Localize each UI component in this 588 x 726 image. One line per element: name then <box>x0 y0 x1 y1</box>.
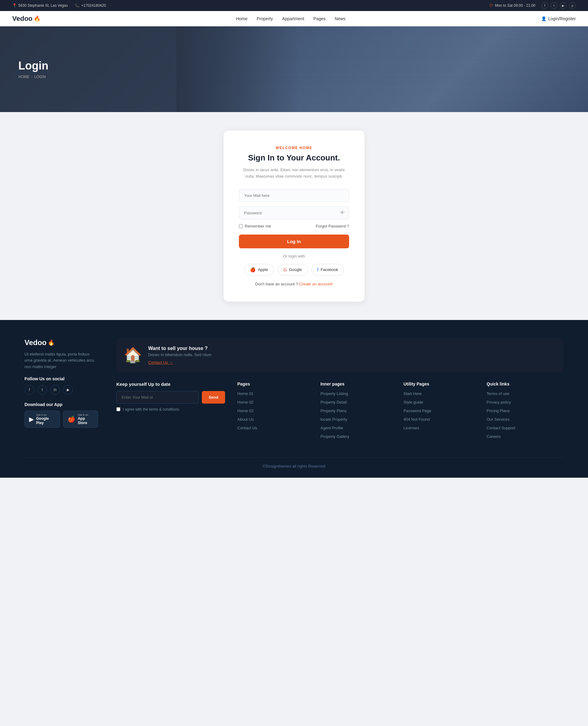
pages-contact[interactable]: Contact Us <box>237 426 257 430</box>
contact-us-link[interactable]: Contact Us → <box>148 360 173 365</box>
logo[interactable]: Vedoo🔥 <box>12 15 40 23</box>
logo-text: Vedoo <box>12 15 33 23</box>
nav-links: Home Property Appartment Pages News <box>236 16 345 21</box>
top-bar-right: ⏱ Mon to Sat 09:00 - 21:00 f t ▶ p <box>489 2 576 9</box>
google-play-button[interactable]: ▶ Get it on Google Play <box>24 411 60 428</box>
facebook-topbar-icon[interactable]: f <box>542 2 548 9</box>
footer-logo[interactable]: Vedoo 🔥 <box>24 338 98 347</box>
forgot-password-link[interactable]: Forgot Password ? <box>316 224 349 229</box>
hero-background <box>176 26 588 112</box>
hero-title: Login <box>18 59 48 72</box>
footer-youtube-icon[interactable]: ▶ <box>63 385 73 395</box>
app-buttons: ▶ Get it on Google Play 🍎 Get it on App … <box>24 411 98 428</box>
quick-list: Terms of use Privacy policy Pricing Plan… <box>487 391 564 439</box>
utility-start[interactable]: Start Here <box>404 391 422 396</box>
newsletter-agree-checkbox[interactable] <box>117 407 120 411</box>
footer-link-columns: Pages Home 01 Home 02 Home 03 About Us C… <box>237 382 564 442</box>
phone-contact: 📞 +17024180420 <box>75 3 106 8</box>
address-text: 5630 Stephanie St, Las Vegas <box>18 3 68 8</box>
footer-pages-col: Pages Home 01 Home 02 Home 03 About Us C… <box>237 382 314 442</box>
utility-password[interactable]: Password Page <box>404 408 432 413</box>
quick-services[interactable]: Our Services <box>487 417 510 422</box>
pages-home02[interactable]: Home 02 <box>237 400 254 405</box>
quick-terms[interactable]: Terms of use <box>487 391 509 396</box>
quick-pricing[interactable]: Pricing Plans <box>487 408 510 413</box>
house-icon: 🏠 <box>124 347 142 364</box>
apple-login-button[interactable]: 🍎 Apple <box>244 264 274 276</box>
quick-support[interactable]: Contact Support <box>487 426 516 430</box>
login-card: WELCOME HOME Sign In to Your Account. Do… <box>224 130 364 302</box>
sell-house-content: Want to sell your house ? Donec in biben… <box>148 346 212 365</box>
pages-about[interactable]: About Us <box>237 417 254 422</box>
app-store-button[interactable]: 🍎 Get it on App Store <box>63 411 98 428</box>
nav-login-button[interactable]: 👤 Login/Register <box>541 16 576 21</box>
utility-licenses[interactable]: Licenses <box>404 426 419 430</box>
footer-left: Vedoo 🔥 Ut eleifend mattis ligula, porta… <box>24 338 98 442</box>
inner-detail[interactable]: Property Detail <box>320 400 347 405</box>
breadcrumb-home: HOME <box>18 75 29 79</box>
quick-privacy[interactable]: Privacy policy <box>487 400 511 405</box>
pages-col-title: Pages <box>237 382 314 386</box>
inner-plans[interactable]: Property Plans <box>320 408 346 413</box>
newsletter-agree-label[interactable]: I agree with the terms & conditions <box>117 407 225 411</box>
google-play-icon: ▶ <box>29 415 34 423</box>
footer-twitter-icon[interactable]: t <box>37 385 47 395</box>
inner-agent[interactable]: Agent Profile <box>320 426 343 430</box>
footer-utility-col: Utility Pages Start Here Style guide Pas… <box>404 382 481 442</box>
youtube-topbar-icon[interactable]: ▶ <box>560 2 567 9</box>
footer: Vedoo 🔥 Ut eleifend mattis ligula, porta… <box>0 320 588 478</box>
newsletter-row: Send <box>117 391 225 404</box>
footer-right: 🏠 Want to sell your house ? Donec in bib… <box>117 338 564 442</box>
phone-icon: 📞 <box>75 3 80 8</box>
nav-pages[interactable]: Pages <box>313 16 326 21</box>
toggle-password-icon[interactable]: 👁 <box>340 210 345 216</box>
footer-instagram-icon[interactable]: in <box>50 385 60 395</box>
twitter-topbar-icon[interactable]: t <box>551 2 558 9</box>
login-title: Sign In to Your Account. <box>239 153 349 163</box>
footer-quick-col: Quick links Terms of use Privacy policy … <box>487 382 564 442</box>
login-button[interactable]: Log In <box>239 235 349 248</box>
footer-facebook-icon[interactable]: f <box>24 385 34 395</box>
nav-home[interactable]: Home <box>236 16 248 21</box>
inner-locate[interactable]: locate Property <box>320 417 347 422</box>
inner-listing[interactable]: Property Listing <box>320 391 348 396</box>
password-input[interactable] <box>239 206 349 219</box>
create-account-link[interactable]: Create an account! <box>299 282 333 286</box>
utility-col-title: Utility Pages <box>404 382 481 386</box>
clock-icon: ⏱ <box>489 3 493 8</box>
sell-title: Want to sell your house ? <box>148 346 212 351</box>
register-link: Don't have an account ? Create an accoun… <box>239 282 349 286</box>
google-login-button[interactable]: G Google <box>277 264 308 276</box>
logo-flame-icon: 🔥 <box>34 15 40 22</box>
user-icon: 👤 <box>541 16 546 21</box>
newsletter-send-button[interactable]: Send <box>202 391 225 404</box>
inner-list: Property Listing Property Detail Propert… <box>320 391 397 439</box>
social-logins: 🍎 Apple G Google f Facebook <box>239 264 349 276</box>
footer-socials: f t in ▶ <box>24 385 98 395</box>
facebook-login-button[interactable]: f Facebook <box>312 264 344 276</box>
main-nav: Vedoo🔥 Home Property Appartment Pages Ne… <box>0 11 588 26</box>
location-icon: 📍 <box>12 3 17 8</box>
nav-news[interactable]: News <box>335 16 345 21</box>
utility-list: Start Here Style guide Password Page 404… <box>404 391 481 430</box>
utility-style[interactable]: Style guide <box>404 400 423 405</box>
apple-store-icon: 🍎 <box>68 415 75 423</box>
breadcrumb-separator: › <box>31 75 33 79</box>
form-options: Remember me Forgot Password ? <box>239 224 349 229</box>
newsletter-input[interactable] <box>117 391 199 404</box>
inner-gallery[interactable]: Property Gallery <box>320 434 349 439</box>
address-contact: 📍 5630 Stephanie St, Las Vegas <box>12 3 68 8</box>
remember-me-label[interactable]: Remember me <box>239 224 271 229</box>
utility-404[interactable]: 404 Not Found <box>404 417 430 422</box>
nav-property[interactable]: Property <box>257 16 273 21</box>
password-group: 👁 <box>239 206 349 219</box>
nav-appartment[interactable]: Appartment <box>282 16 304 21</box>
email-input[interactable] <box>239 189 349 202</box>
remember-me-checkbox[interactable] <box>239 224 243 228</box>
or-login-text: Or login with <box>239 254 349 258</box>
pinterest-topbar-icon[interactable]: p <box>569 2 576 9</box>
quick-careers[interactable]: Careers <box>487 434 501 439</box>
pages-home01[interactable]: Home 01 <box>237 391 254 396</box>
login-subtitle: Donec in lacus ante. Etiam non elementum… <box>239 167 349 180</box>
pages-home03[interactable]: Home 03 <box>237 408 254 413</box>
